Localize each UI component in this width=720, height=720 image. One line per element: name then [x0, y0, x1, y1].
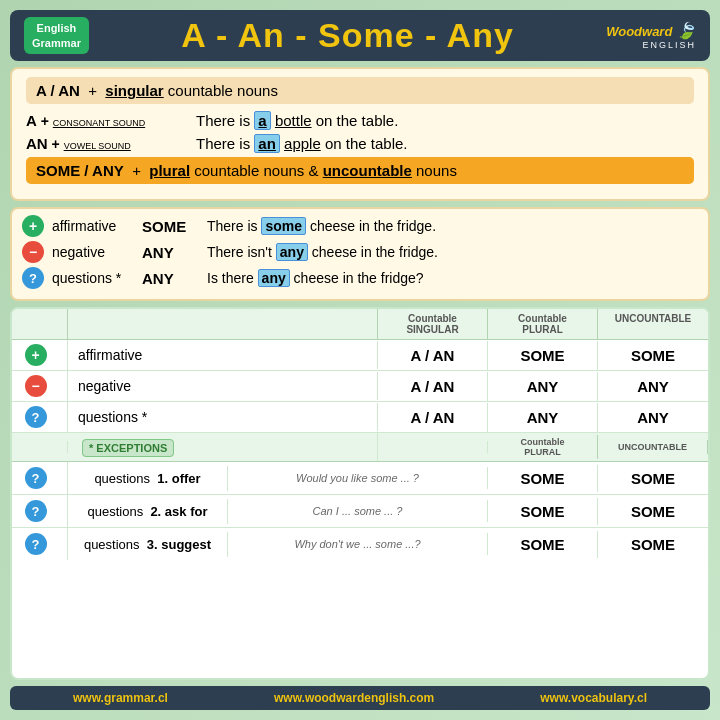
td-singular-0: A / AN	[378, 341, 488, 370]
page-title: A - An - Some - Any	[181, 16, 514, 55]
an-example: There is an apple on the table.	[196, 134, 694, 153]
td-plural-2: ANY	[488, 403, 598, 432]
an-highlight: an	[254, 134, 280, 153]
an-label: AN + VOWEL SOUND	[26, 135, 196, 152]
grammar-badge: English Grammar	[24, 17, 89, 54]
q-badge-table: ?	[25, 406, 47, 428]
any-word-neg: ANY	[142, 244, 207, 261]
exc-small-0: Would you like some ... ?	[228, 467, 488, 489]
negative-label: negative	[52, 244, 142, 260]
exception-row: ? questions 1. offer Would you like some…	[12, 462, 708, 495]
aan-label: A / AN	[36, 82, 80, 99]
exc-th-plural: Countable PLURAL	[488, 435, 598, 459]
some-highlight: some	[261, 217, 306, 235]
negative-row: − negative ANY There isn't any cheese in…	[22, 241, 698, 263]
footer-link-1[interactable]: www.grammar.cl	[73, 691, 168, 705]
q-badge: ?	[22, 267, 44, 289]
td-uncountable-1: ANY	[598, 372, 708, 401]
td-singular-1: A / AN	[378, 372, 488, 401]
exc-plural-0: SOME	[488, 465, 598, 492]
someany-rows: + affirmative SOME There is some cheese …	[10, 207, 710, 301]
td-uncountable-2: ANY	[598, 403, 708, 432]
questions-row: ? questions * ANY Is there any cheese in…	[22, 267, 698, 289]
leaf-icon: 🍃	[676, 22, 696, 39]
page-container: English Grammar A - An - Some - Any Wood…	[0, 0, 720, 720]
th-type	[68, 309, 378, 339]
td-uncountable-0: SOME	[598, 341, 708, 370]
minus-badge-table: −	[25, 375, 47, 397]
exception-row: ? questions 3. suggest Why don't we ... …	[12, 528, 708, 560]
exc-small-2: Why don't we ... some ...?	[228, 533, 488, 555]
exc-plural-1: SOME	[488, 498, 598, 525]
td-plural-0: SOME	[488, 341, 598, 370]
woodward-logo: Woodward 🍃 ENGLISH	[606, 21, 696, 50]
a-highlight: a	[254, 111, 270, 130]
affirmative-example: There is some cheese in the fridge.	[207, 217, 698, 235]
td-type-questions: questions *	[68, 403, 378, 431]
minus-badge: −	[22, 241, 44, 263]
any-word-q: ANY	[142, 270, 207, 287]
table-row: ? questions * A / AN ANY ANY	[12, 402, 708, 433]
table-header: Countable SINGULAR Countable PLURAL UNCO…	[12, 309, 708, 340]
th-singular: Countable SINGULAR	[378, 309, 488, 339]
table-row: − negative A / AN ANY ANY	[12, 371, 708, 402]
affirmative-label: affirmative	[52, 218, 142, 234]
questions-label: questions *	[52, 270, 142, 286]
plus-badge-table: +	[25, 344, 47, 366]
negative-example: There isn't any cheese in the fridge.	[207, 243, 698, 261]
any-highlight-neg: any	[276, 243, 308, 261]
exc-small-1: Can I ... some ... ?	[228, 500, 488, 522]
summary-table: Countable SINGULAR Countable PLURAL UNCO…	[10, 307, 710, 680]
a-rule-row: A + CONSONANT SOUND There is a bottle on…	[26, 111, 694, 130]
aan-header: A / AN + singular countable nouns	[26, 77, 694, 104]
exc-uncountable-0: SOME	[598, 465, 708, 492]
someany-header: SOME / ANY + plural countable nouns & un…	[26, 157, 694, 184]
plus-badge: +	[22, 215, 44, 237]
a-label: A + CONSONANT SOUND	[26, 112, 196, 129]
any-highlight-q: any	[258, 269, 290, 287]
td-badge-q: ?	[12, 402, 68, 432]
td-type-affirmative: affirmative	[68, 341, 378, 369]
exceptions-header-row: * EXCEPTIONS Countable PLURAL UNCOUNTABL…	[12, 433, 708, 462]
td-type-negative: negative	[68, 372, 378, 400]
footer-link-2[interactable]: www.woodwardenglish.com	[274, 691, 434, 705]
exc-badge-2: ?	[12, 528, 68, 560]
table-row: + affirmative A / AN SOME SOME	[12, 340, 708, 371]
exc-badge-0: ?	[12, 462, 68, 494]
affirmative-row: + affirmative SOME There is some cheese …	[22, 215, 698, 237]
th-badge	[12, 309, 68, 339]
footer-link-3[interactable]: www.vocabulary.cl	[540, 691, 647, 705]
exc-type-0: questions 1. offer	[68, 466, 228, 491]
exc-badge-1: ?	[12, 495, 68, 527]
exc-type-2: questions 3. suggest	[68, 532, 228, 557]
a-example: There is a bottle on the table.	[196, 111, 694, 130]
exc-uncountable-2: SOME	[598, 531, 708, 558]
td-badge-plus: +	[12, 340, 68, 370]
exception-row: ? questions 2. ask for Can I ... some ..…	[12, 495, 708, 528]
th-uncountable: UNCOUNTABLE	[598, 309, 708, 339]
td-badge-minus: −	[12, 371, 68, 401]
aan-section: A / AN + singular countable nouns A + CO…	[10, 67, 710, 201]
footer: www.grammar.cl www.woodwardenglish.com w…	[10, 686, 710, 710]
an-rule-row: AN + VOWEL SOUND There is an apple on th…	[26, 134, 694, 153]
td-singular-2: A / AN	[378, 403, 488, 432]
some-word: SOME	[142, 218, 207, 235]
exc-plural-2: SOME	[488, 531, 598, 558]
th-plural: Countable PLURAL	[488, 309, 598, 339]
questions-example: Is there any cheese in the fridge?	[207, 269, 698, 287]
exc-uncountable-1: SOME	[598, 498, 708, 525]
exc-th-uncountable: UNCOUNTABLE	[598, 440, 708, 454]
header: English Grammar A - An - Some - Any Wood…	[10, 10, 710, 61]
exc-type-1: questions 2. ask for	[68, 499, 228, 524]
exceptions-label: * EXCEPTIONS	[82, 439, 174, 457]
td-plural-1: ANY	[488, 372, 598, 401]
